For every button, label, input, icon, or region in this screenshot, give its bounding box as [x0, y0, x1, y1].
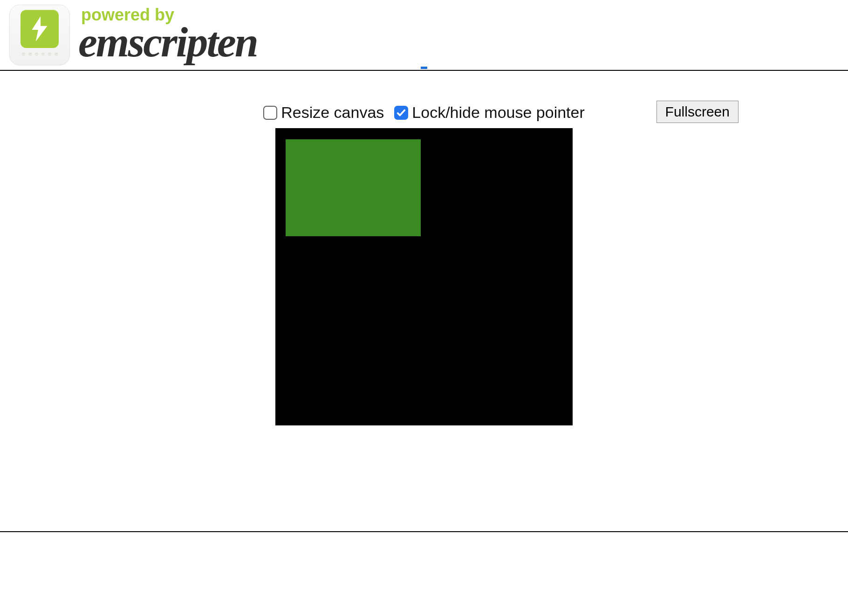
output-canvas[interactable]	[275, 128, 573, 425]
header: powered by emscripten	[0, 0, 848, 70]
resize-canvas-checkbox[interactable]	[263, 106, 277, 120]
lock-pointer-control[interactable]: Lock/hide mouse pointer	[394, 103, 584, 122]
divider-bottom	[0, 531, 848, 532]
logo-dots	[22, 53, 58, 56]
lightning-icon	[21, 10, 59, 48]
lock-pointer-label: Lock/hide mouse pointer	[412, 103, 584, 122]
emscripten-logo-badge	[9, 5, 70, 65]
divider-top	[0, 70, 848, 71]
resize-canvas-label: Resize canvas	[281, 103, 384, 122]
svg-marker-0	[32, 16, 47, 41]
brand-text: powered by emscripten	[78, 7, 257, 63]
fullscreen-button[interactable]: Fullscreen	[657, 101, 739, 123]
brand-name: emscripten	[78, 21, 257, 63]
controls-row: Resize canvas Lock/hide mouse pointer Fu…	[0, 103, 848, 122]
canvas-container	[0, 128, 848, 425]
progress-indicator	[421, 67, 427, 69]
lock-pointer-checkbox[interactable]	[394, 106, 408, 120]
resize-canvas-control[interactable]: Resize canvas	[263, 103, 384, 122]
main-area: Resize canvas Lock/hide mouse pointer Fu…	[0, 103, 848, 425]
canvas-content-rect	[286, 139, 421, 236]
